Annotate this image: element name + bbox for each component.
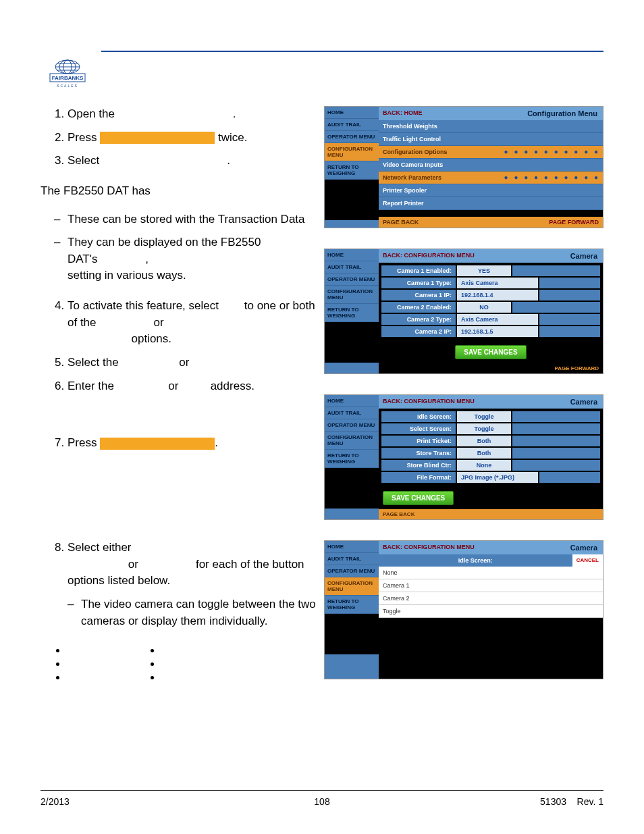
field-spacer [512, 423, 600, 434]
field-spacer [512, 436, 600, 446]
sidebar-item[interactable]: OPERATOR MENU [325, 419, 379, 432]
back-link[interactable]: BACK: CONFIGURATION MENU [379, 249, 479, 263]
step-list-4: Select either or for each of the button … [41, 540, 317, 629]
field-value[interactable]: 192.168.1.4 [457, 290, 538, 301]
sidebar-item[interactable]: AUDIT TRAIL [325, 119, 379, 131]
field-spacer [512, 265, 600, 276]
sidebar-item[interactable]: RETURN TO WEIGHING [325, 450, 379, 468]
field-label: Camera 1 Type: [381, 278, 456, 288]
step-list-2: To activate this feature, select to one … [41, 298, 317, 394]
field-value[interactable]: Both [457, 436, 511, 446]
form-row: Camera 1 Type:Axis Camera [381, 278, 600, 288]
form-row: Print Ticket:Both [381, 436, 600, 446]
screenshot-camera-enable: HOMEAUDIT TRAILOPERATOR MENUCONFIGURATIO… [324, 249, 603, 374]
sidebar-item[interactable]: OPERATOR MENU [325, 273, 379, 286]
sidebar-item[interactable]: RETURN TO WEIGHING [325, 596, 379, 614]
save-changes-button[interactable]: SAVE CHANGES [455, 345, 526, 359]
sidebar-item[interactable]: HOME [325, 107, 379, 119]
bullet-columns [41, 636, 317, 695]
fairbanks-logo: FAIRBANKS SCALES [47, 57, 88, 93]
save-row: SAVE CHANGES [379, 341, 603, 363]
text: Select the [68, 356, 119, 369]
main-panel: BACK: CONFIGURATION MENU Camera Camera 1… [379, 249, 603, 373]
field-value[interactable]: Toggle [457, 411, 511, 422]
svg-text:SCALES: SCALES [57, 84, 78, 88]
text: . [227, 154, 230, 167]
sidebar-item[interactable]: OPERATOR MENU [325, 131, 379, 143]
sidebar-item[interactable]: RETURN TO WEIGHING [325, 161, 379, 180]
page-forward-button[interactable]: PAGE FORWARD [379, 363, 603, 373]
save-row: SAVE CHANGES [379, 487, 603, 509]
sidebar-item[interactable]: CONFIGURATION MENU [325, 432, 379, 450]
menu-item[interactable]: Video Camera Inputs [379, 159, 603, 172]
field-value[interactable]: Axis Camera [457, 278, 538, 288]
field-value[interactable]: None [457, 460, 511, 471]
sidebar-item[interactable]: HOME [325, 541, 379, 553]
text: . [215, 436, 218, 449]
back-link[interactable]: BACK: CONFIGURATION MENU [379, 395, 479, 409]
menu-item[interactable]: Printer Spooler [379, 184, 603, 197]
field-value[interactable]: YES [457, 265, 511, 276]
sidebar-item[interactable]: CONFIGURATION MENU [325, 286, 379, 304]
page-forward-button[interactable]: PAGE FORWARD [491, 217, 603, 228]
sidebar-item[interactable]: AUDIT TRAIL [325, 261, 379, 273]
field-value[interactable]: NO [457, 302, 511, 313]
menu-item[interactable]: Network Parameters● ● ● ● ● ● ● ● ● ● [379, 172, 603, 184]
step-list-3: Press . [41, 435, 317, 452]
select-option[interactable]: Camera 2 [379, 592, 603, 605]
sidebar-item[interactable]: OPERATOR MENU [325, 565, 379, 577]
save-changes-button[interactable]: SAVE CHANGES [383, 491, 454, 505]
cancel-button[interactable]: CANCEL [572, 554, 603, 567]
button-placeholder-icon [100, 132, 215, 144]
step-8: Select either or for each of the button … [68, 540, 317, 629]
sidebar-item[interactable]: CONFIGURATION MENU [325, 143, 379, 161]
form-rows: Idle Screen:ToggleSelect Screen:TogglePr… [379, 409, 603, 487]
select-option[interactable]: Toggle [379, 605, 603, 618]
field-label: Camera 2 Type: [381, 314, 456, 325]
footer-nav: PAGE BACK PAGE FORWARD [379, 217, 603, 228]
idle-screen-label: Idle Screen: [379, 554, 572, 567]
field-value[interactable]: 192.168.1.5 [457, 326, 538, 337]
sidebar-item[interactable]: AUDIT TRAIL [325, 407, 379, 419]
content: Open the . Press twice. Select . The FB2… [41, 106, 603, 700]
text: Open the [68, 107, 115, 120]
screen-title: Camera [565, 395, 603, 409]
back-link[interactable]: BACK: CONFIGURATION MENU [379, 541, 479, 554]
select-option[interactable]: None [379, 567, 603, 579]
field-value[interactable]: Both [457, 448, 511, 459]
text: Select [68, 154, 99, 167]
step-2: Press twice. [68, 130, 317, 147]
field-spacer [539, 290, 600, 301]
sidebar-item[interactable]: HOME [325, 395, 379, 407]
sidebar-item[interactable]: RETURN TO WEIGHING [325, 304, 379, 322]
field-value[interactable]: JPG Image (*.JPG) [457, 472, 538, 483]
field-label: File Format: [381, 472, 456, 483]
sidebar-item[interactable]: HOME [325, 249, 379, 261]
page-back-button[interactable]: PAGE BACK [379, 509, 603, 519]
page-back-button[interactable]: PAGE BACK [379, 217, 491, 228]
main-panel: BACK: HOME Configuration Menu Threshold … [379, 107, 603, 228]
screen-title: Camera [565, 541, 603, 554]
back-link[interactable]: BACK: HOME [379, 107, 427, 120]
field-label: Camera 2 Enabled: [381, 302, 456, 313]
form-row: Camera 2 Type:Axis Camera [381, 314, 600, 325]
sidebar-item[interactable]: CONFIGURATION MENU [325, 577, 379, 596]
menu-item[interactable]: Report Printer [379, 197, 603, 210]
right-column: HOMEAUDIT TRAILOPERATOR MENUCONFIGURATIO… [324, 106, 603, 700]
header-rule [101, 51, 603, 52]
form-row: Camera 2 Enabled:NO [381, 302, 600, 313]
text: , [145, 253, 149, 265]
field-value[interactable]: Axis Camera [457, 314, 538, 325]
titlebar: BACK: HOME Configuration Menu [379, 107, 603, 120]
menu-item[interactable]: Threshold Weights [379, 120, 603, 133]
field-value[interactable]: Toggle [457, 423, 511, 434]
menu-item[interactable]: Traffic Light Control [379, 133, 603, 146]
bullet-col-1 [41, 643, 68, 683]
form-row: Store Trans:Both [381, 448, 600, 459]
menu-item[interactable]: Configuration Options● ● ● ● ● ● ● ● ● ● [379, 146, 603, 159]
screenshot-idle-screen-select: HOMEAUDIT TRAILOPERATOR MENUCONFIGURATIO… [324, 540, 603, 679]
sidebar-item[interactable]: AUDIT TRAIL [325, 553, 379, 565]
sidebar: HOMEAUDIT TRAILOPERATOR MENUCONFIGURATIO… [325, 249, 379, 373]
step-6: Enter the or address. [68, 378, 317, 395]
select-option[interactable]: Camera 1 [379, 579, 603, 592]
